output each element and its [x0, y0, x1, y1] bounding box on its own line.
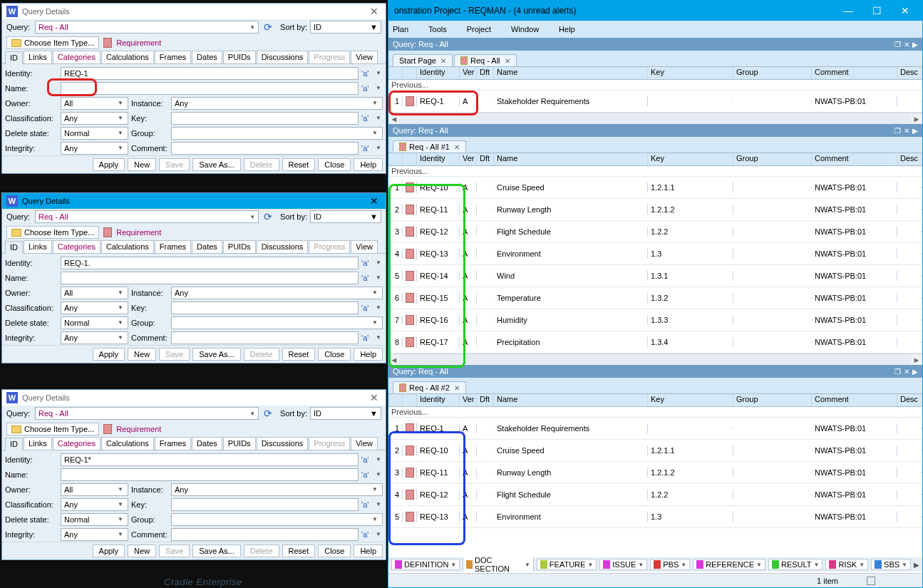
table-row[interactable]: 4REQ-13AEnvironment1.3NWATS-PB:01 — [388, 243, 922, 265]
deletestate-select[interactable]: Normal▼ — [61, 316, 128, 329]
refresh-icon[interactable]: ⟳ — [262, 210, 274, 223]
tab-discussions[interactable]: Discussions — [257, 437, 309, 450]
sort-select[interactable]: ID▼ — [310, 407, 381, 420]
close-icon[interactable]: ✕ — [440, 57, 446, 65]
pane-menu-icon[interactable]: ▶ — [912, 127, 918, 135]
apply-button[interactable]: Apply — [93, 158, 125, 171]
dialog-close-icon[interactable]: ✕ — [367, 6, 381, 17]
pane-close-icon[interactable]: ✕ — [904, 368, 909, 376]
help-button[interactable]: Help — [354, 348, 383, 361]
tab-calculations[interactable]: Calculations — [101, 240, 154, 253]
dialog-titlebar[interactable]: W Query Details ✕ — [2, 390, 386, 406]
pane-restore-icon[interactable]: ❐ — [894, 368, 901, 376]
pane-restore-icon[interactable]: ❐ — [894, 127, 901, 135]
close-dialog-button[interactable]: Close — [318, 348, 351, 361]
choose-item-type-button[interactable]: Choose Item Type... — [6, 226, 99, 239]
reset-button[interactable]: Reset — [282, 158, 316, 171]
tab-start-page[interactable]: Start Page✕ — [393, 54, 453, 66]
menu-help[interactable]: Help — [559, 25, 575, 33]
key-input[interactable] — [171, 498, 359, 511]
close-icon[interactable]: ✕ — [454, 384, 460, 392]
tab-req-all[interactable]: Req - All✕ — [454, 54, 517, 66]
previous-link[interactable]: Previous... — [388, 407, 922, 418]
instance-select[interactable]: Any▼ — [171, 287, 383, 299]
query-select[interactable]: Req - All▼ — [35, 21, 259, 33]
table-row[interactable]: 8REQ-17APrecipitation1.3.4NWATS-PB:01 — [388, 331, 922, 354]
reset-button[interactable]: Reset — [282, 545, 316, 557]
owner-select[interactable]: All▼ — [61, 483, 128, 496]
instance-select[interactable]: Any▼ — [171, 97, 383, 110]
pane-menu-icon[interactable]: ▶ — [912, 368, 918, 376]
identity-input[interactable] — [61, 67, 359, 80]
tab-view[interactable]: View — [351, 51, 378, 63]
table-row[interactable]: 3REQ-12AFlight Schedule1.2.2NWATS-PB:01 — [388, 221, 922, 243]
minimize-button[interactable]: — — [834, 2, 862, 19]
tab-discussions[interactable]: Discussions — [257, 51, 309, 63]
tab-puids[interactable]: PUIDs — [223, 437, 256, 450]
menu-window[interactable]: Window — [511, 25, 539, 33]
tab-calculations[interactable]: Calculations — [101, 51, 154, 63]
close-dialog-button[interactable]: Close — [318, 158, 351, 171]
tab-frames[interactable]: Frames — [155, 51, 191, 63]
comment-input[interactable] — [171, 331, 359, 344]
table-row[interactable]: 2REQ-10ACruise Speed1.2.1.1NWATS-PB:01 — [388, 440, 922, 462]
apply-button[interactable]: Apply — [93, 545, 125, 557]
type-button-pbs[interactable]: PBS▼ — [650, 559, 690, 570]
deletestate-select[interactable]: Normal▼ — [61, 513, 128, 526]
table-row[interactable]: 3REQ-11ARunway Length1.2.1.2NWATS-PB:01 — [388, 462, 922, 484]
close-button[interactable]: ✕ — [891, 2, 919, 19]
tab-req-all-1[interactable]: Req - All #1✕ — [393, 140, 466, 153]
pane-restore-icon[interactable]: ❐ — [894, 41, 901, 48]
key-input[interactable] — [171, 112, 359, 125]
maximize-button[interactable]: ☐ — [862, 2, 891, 19]
deletestate-select[interactable]: Normal▼ — [61, 127, 128, 140]
choose-item-type-button[interactable]: Choose Item Type... — [6, 423, 99, 435]
query-select[interactable]: Req - All▼ — [35, 210, 259, 223]
help-button[interactable]: Help — [354, 545, 383, 557]
instance-select[interactable]: Any▼ — [171, 483, 383, 496]
tab-dates[interactable]: Dates — [192, 437, 222, 450]
new-button[interactable]: New — [128, 158, 156, 171]
pane-close-icon[interactable]: ✕ — [904, 41, 909, 48]
tab-calculations[interactable]: Calculations — [101, 437, 154, 450]
classification-select[interactable]: Any▼ — [61, 498, 128, 511]
saveas-button[interactable]: Save As... — [192, 348, 241, 361]
close-icon[interactable]: ✕ — [454, 143, 460, 151]
tab-view[interactable]: View — [351, 437, 378, 450]
type-button-reference[interactable]: REFERENCE▼ — [693, 559, 765, 570]
tab-frames[interactable]: Frames — [155, 437, 191, 450]
tab-id[interactable]: ID — [5, 51, 23, 64]
name-input[interactable] — [61, 468, 359, 481]
new-button[interactable]: New — [128, 545, 156, 557]
type-button-feature[interactable]: FEATURE▼ — [537, 559, 597, 570]
saveas-button[interactable]: Save As... — [192, 545, 241, 557]
type-button-sbs[interactable]: SBS▼ — [871, 559, 911, 570]
tab-puids[interactable]: PUIDs — [223, 240, 256, 253]
table-row[interactable]: 4REQ-12AFlight Schedule1.2.2NWATS-PB:01 — [388, 484, 922, 506]
dialog-titlebar[interactable]: W Query Details ✕ — [2, 4, 386, 19]
menu-plan[interactable]: Plan — [393, 25, 408, 33]
pane-menu-icon[interactable]: ▶ — [912, 41, 918, 48]
table-row[interactable]: 1REQ-10ACruise Speed1.2.1.1NWATS-PB:01 — [388, 177, 922, 199]
comment-input[interactable] — [171, 528, 359, 541]
close-dialog-button[interactable]: Close — [318, 545, 351, 557]
tab-links[interactable]: Links — [24, 240, 52, 253]
saveas-button[interactable]: Save As... — [192, 158, 241, 171]
comment-input[interactable] — [171, 142, 359, 155]
tab-dates[interactable]: Dates — [192, 51, 222, 63]
tab-frames[interactable]: Frames — [155, 240, 191, 253]
pane-close-icon[interactable]: ✕ — [904, 127, 909, 135]
group-select[interactable]: ▼ — [171, 513, 383, 526]
identity-input[interactable] — [61, 257, 359, 269]
tab-dates[interactable]: Dates — [192, 240, 222, 253]
table-row[interactable]: 5REQ-13AEnvironment1.3NWATS-PB:01 — [388, 506, 922, 528]
dialog-titlebar[interactable]: W Query Details ✕ — [2, 193, 386, 209]
apply-button[interactable]: Apply — [93, 348, 125, 361]
dialog-close-icon[interactable]: ✕ — [367, 195, 381, 207]
hscroll[interactable]: ◄► — [388, 354, 922, 365]
type-button-issue[interactable]: ISSUE▼ — [599, 559, 647, 570]
previous-link[interactable]: Previous... — [388, 166, 922, 177]
table-row[interactable]: 2REQ-11ARunway Length1.2.1.2NWATS-PB:01 — [388, 199, 922, 221]
case-toggle[interactable]: 'a' — [361, 69, 371, 78]
toolbar-overflow-icon[interactable]: ▶ — [914, 561, 919, 569]
